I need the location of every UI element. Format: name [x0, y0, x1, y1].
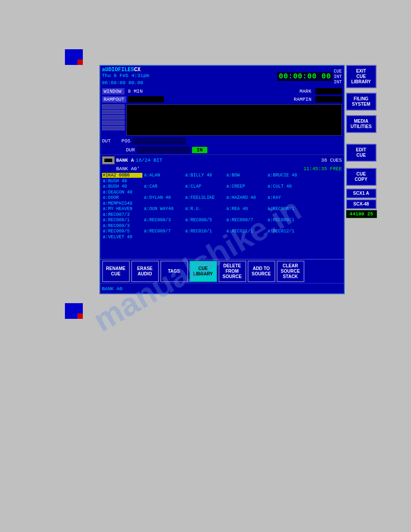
bank-free: 11:45:35 FREE	[304, 166, 342, 172]
clear-source-stack-button[interactable]: CLEARSOURCESTACK	[277, 261, 304, 282]
status-bar: BANK A0	[100, 283, 344, 293]
right-panel: EXITCUELIBRARY FILINGSYSTEM MEDIAUTILITI…	[345, 65, 377, 294]
scx1-a-button[interactable]: SCX1 A	[346, 189, 377, 198]
in-button[interactable]: IN	[192, 147, 207, 153]
pos-value[interactable]	[132, 137, 186, 145]
cue-item[interactable]: a:REC009/3	[102, 223, 142, 228]
mark-input[interactable]	[315, 88, 342, 94]
header-left: aUDIOFILESCX Thu 8 Feb 4:31pm 06:00:00 0…	[102, 67, 150, 86]
cue-item[interactable]: a:CREEP	[226, 184, 266, 189]
cue-item[interactable]: a:CAR	[143, 184, 184, 189]
rampin-input[interactable]	[315, 96, 342, 103]
erase-audio-button[interactable]: ERASEAUDIO	[131, 261, 159, 282]
filing-system-button[interactable]: FILINGSYSTEM	[346, 93, 377, 111]
timecode-right: 00:00:00 00 CUE INT INT	[277, 69, 342, 85]
timecode1: 06:00:00 00.00	[102, 80, 143, 86]
cue-row-2: a:DOOR a:DYLAN 48 a:FEELSLIKE a:HAZARD 4…	[102, 195, 342, 206]
cue-item[interactable]: a:R.U.	[184, 206, 225, 211]
status-text: BANK A0	[102, 286, 123, 292]
bank-icon	[102, 156, 115, 164]
empty-row2	[102, 249, 342, 258]
dur-label: DUR	[126, 147, 135, 153]
cue-library-button[interactable]: CUELIBRARY	[189, 261, 217, 282]
dur-value[interactable]	[137, 146, 190, 154]
spacer-rp5	[346, 187, 377, 188]
cue-row-1: a:BUSH 40 a:CAR a:CLAP a:CREEP a:CULT 40…	[102, 184, 342, 195]
cue-item[interactable]: a:REC008/5	[184, 218, 225, 223]
cue-item[interactable]: a:REC011/1	[226, 229, 266, 234]
cue-item[interactable]: a:REC009/5	[102, 229, 142, 234]
cue-item[interactable]: a:REC006/1	[267, 206, 307, 211]
line4	[102, 120, 124, 125]
cue-item[interactable]: a:KAY	[267, 195, 307, 200]
cue-item[interactable]: a:HAZARD 48	[226, 195, 266, 200]
cue-item[interactable]: a:OUN WAY40	[143, 206, 184, 211]
cue-item[interactable]: a:REC010/1	[184, 229, 225, 234]
main-content: aUDIOFILESCX Thu 8 Feb 4:31pm 06:00:00 0…	[99, 65, 345, 294]
cue-copy-button[interactable]: CUECOPY	[346, 168, 377, 186]
cue-item[interactable]: a:BRUCIE 48	[267, 173, 307, 178]
add-to-source-button[interactable]: ADD TOSOURCE	[248, 261, 275, 282]
bottom-logo	[65, 303, 83, 319]
app-title: aUDIOFILESCX	[102, 67, 150, 73]
cue-item[interactable]: a:REC008/3	[143, 218, 184, 223]
cue-item[interactable]: a:CLAP	[184, 184, 225, 189]
cue-item[interactable]: #1KA2 00B0	[102, 173, 142, 178]
cue-item[interactable]: a:DOOR	[102, 195, 142, 200]
cue-item[interactable]: a:BUSH 40	[102, 184, 142, 189]
cue-item[interactable]: a:REA 40	[226, 206, 266, 211]
spacer-rp3	[346, 134, 377, 143]
cue-item[interactable]: a:VELVET 40	[102, 235, 142, 240]
bank-section: BANK A 16/24 BIT 36 CUES	[100, 154, 344, 166]
cue-item[interactable]: a:BUSH 48	[102, 179, 142, 184]
cue-item[interactable]: a:FEELSLIKE	[184, 195, 225, 200]
top-logo	[65, 49, 83, 65]
timecode1-row: 06:00:00 00.00	[102, 78, 150, 86]
out-label: OUT	[102, 138, 111, 144]
cue-row-4: a:REC008/1 a:REC008/3 a:REC008/5 a:REC00…	[102, 218, 342, 228]
datetime-row: Thu 8 Feb 4:31pm	[102, 73, 150, 78]
cue-item[interactable]: a:REC008/7	[226, 218, 266, 223]
cue-item[interactable]: a:DYLAN 48	[143, 195, 184, 200]
spacer-rp1	[346, 89, 377, 92]
title-audio: aUDIO	[102, 67, 118, 73]
int-label1: INT	[334, 74, 342, 79]
mark-label: MARK	[298, 88, 313, 94]
cue-item[interactable]: a:REC009/1	[267, 218, 307, 223]
cue-item[interactable]: a:REC012/1	[267, 229, 307, 234]
title-files: FILES	[118, 67, 134, 73]
left-labels	[102, 104, 124, 136]
cue-item[interactable]: a:DEACON 40	[102, 190, 142, 195]
cue-item[interactable]: a:BOW	[226, 173, 266, 178]
pos-dur-row: OUT POS	[100, 137, 344, 146]
rampout-row: RAMPOUT RAMPIN	[100, 95, 344, 103]
cue-item[interactable]: a:REC008/1	[102, 218, 142, 223]
line1	[102, 104, 124, 109]
scx-48-button[interactable]: SCX-48	[346, 199, 377, 209]
rampout-input[interactable]	[128, 96, 164, 103]
line2	[102, 110, 124, 114]
media-utilities-button[interactable]: MEDIAUTILITIES	[346, 115, 377, 133]
cue-item[interactable]: a:BILLY 48	[184, 173, 225, 178]
spacer-rp4	[346, 163, 377, 167]
cue-list: #1KA2 00B0 a:ALAN a:BILLY 48 a:BOW a:BRU…	[100, 172, 344, 259]
cue-item[interactable]: a:REC007/3	[102, 212, 142, 217]
cue-item[interactable]: a:ALAN	[143, 173, 184, 178]
rampout-label: RAMPOUT	[102, 96, 126, 103]
rename-cue-button[interactable]: RENAMECUE	[102, 261, 130, 282]
int-label2: INT	[334, 80, 342, 85]
empty-row1	[102, 240, 342, 249]
tags-button[interactable]: TAGS	[160, 261, 188, 282]
datetime: Thu 8 Feb 4:31pm	[102, 73, 150, 78]
window-label: WINDOW	[102, 88, 124, 94]
top-header: aUDIOFILESCX Thu 8 Feb 4:31pm 06:00:00 0…	[100, 66, 344, 87]
waveform-row	[100, 103, 344, 137]
cue-row-5: a:REC009/5 a:REC009/7 a:REC010/1 a:REC01…	[102, 229, 342, 240]
cue-item[interactable]: a:CULT 40	[267, 184, 307, 189]
cue-item[interactable]: a:REC009/7	[143, 229, 184, 234]
delete-from-source-button[interactable]: DELETEFROMSOURCE	[218, 261, 246, 282]
edit-cue-button[interactable]: EDITCUE	[346, 144, 377, 162]
cue-item[interactable]: a:MEMPHIS48	[102, 201, 142, 206]
exit-cue-library-button[interactable]: EXITCUELIBRARY	[346, 65, 377, 88]
cue-item[interactable]: a:MY HEAVEN	[102, 206, 142, 211]
